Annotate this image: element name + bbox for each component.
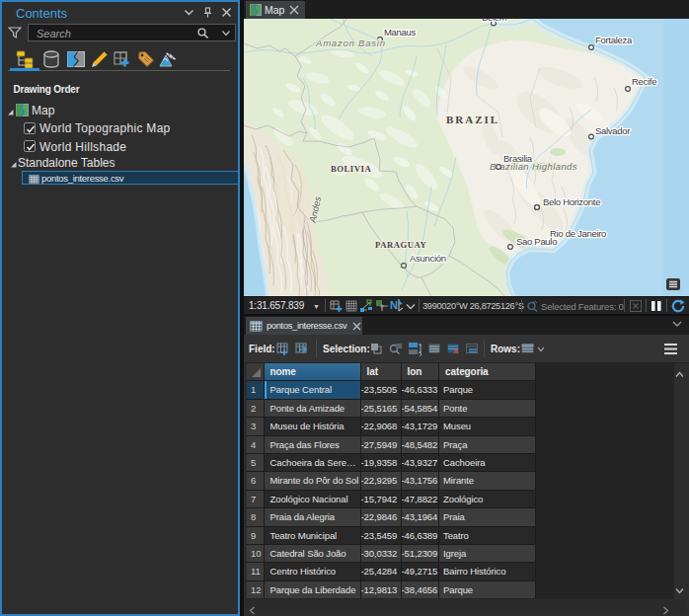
svg-text:Salvador: Salvador [595,125,630,136]
svg-text:N: N [390,299,398,311]
svg-text:Amazon Basin: Amazon Basin [315,38,386,48]
svg-text:Brazilian Highlands: Brazilian Highlands [490,161,577,172]
svg-text:Recife: Recife [632,76,656,87]
svg-text:Rio de Janeiro: Rio de Janeiro [550,228,606,239]
svg-text:BOLIVIA: BOLIVIA [331,164,371,174]
svg-text:Manaus: Manaus [384,27,417,38]
svg-text:Belo Horizonte: Belo Horizonte [543,196,600,207]
svg-text:Asunción: Asunción [410,253,446,264]
svg-text:Fortaleza: Fortaleza [595,35,633,45]
svg-text:Belém: Belém [482,19,507,23]
svg-text:PARAGUAY: PARAGUAY [375,240,426,250]
svg-text:BRAZIL: BRAZIL [446,114,499,125]
svg-text:Sao Paulo: Sao Paulo [516,236,557,247]
